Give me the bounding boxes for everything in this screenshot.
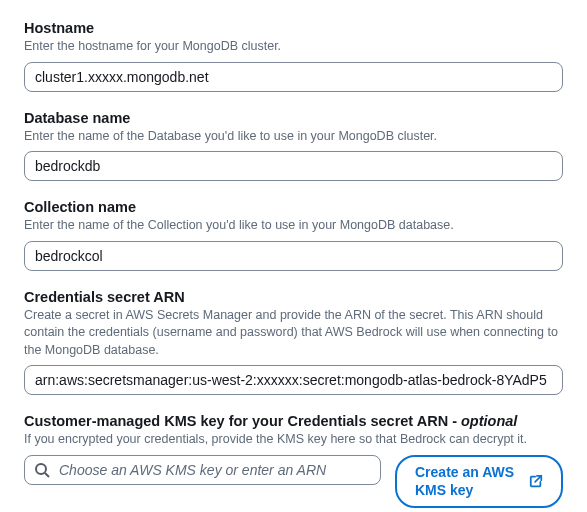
database-name-input[interactable] [24,151,563,181]
kms-key-label-text: Customer-managed KMS key for your Creden… [24,413,452,429]
collection-name-description: Enter the name of the Collection you'd l… [24,217,563,235]
database-name-description: Enter the name of the Database you'd lik… [24,128,563,146]
database-name-field: Database name Enter the name of the Data… [24,110,563,182]
hostname-field: Hostname Enter the hostname for your Mon… [24,20,563,92]
kms-row: Create an AWS KMS key [24,455,563,509]
database-name-label: Database name [24,110,563,126]
credentials-arn-label: Credentials secret ARN [24,289,563,305]
credentials-arn-field: Credentials secret ARN Create a secret i… [24,289,563,396]
kms-input-wrap [24,455,381,485]
create-kms-key-button[interactable]: Create an AWS KMS key [395,455,563,509]
kms-key-field: Customer-managed KMS key for your Creden… [24,413,563,508]
collection-name-label: Collection name [24,199,563,215]
kms-key-description: If you encrypted your credentials, provi… [24,431,563,449]
create-kms-key-button-label: Create an AWS KMS key [415,463,523,501]
external-link-icon [529,474,543,488]
kms-key-optional-tag: optional [461,413,517,429]
kms-key-label: Customer-managed KMS key for your Creden… [24,413,563,429]
collection-name-field: Collection name Enter the name of the Co… [24,199,563,271]
credentials-arn-input[interactable] [24,365,563,395]
hostname-description: Enter the hostname for your MongoDB clus… [24,38,563,56]
hostname-input[interactable] [24,62,563,92]
hostname-label: Hostname [24,20,563,36]
collection-name-input[interactable] [24,241,563,271]
kms-key-label-sep: - [452,413,461,429]
credentials-arn-description: Create a secret in AWS Secrets Manager a… [24,307,563,360]
kms-key-input[interactable] [24,455,381,485]
